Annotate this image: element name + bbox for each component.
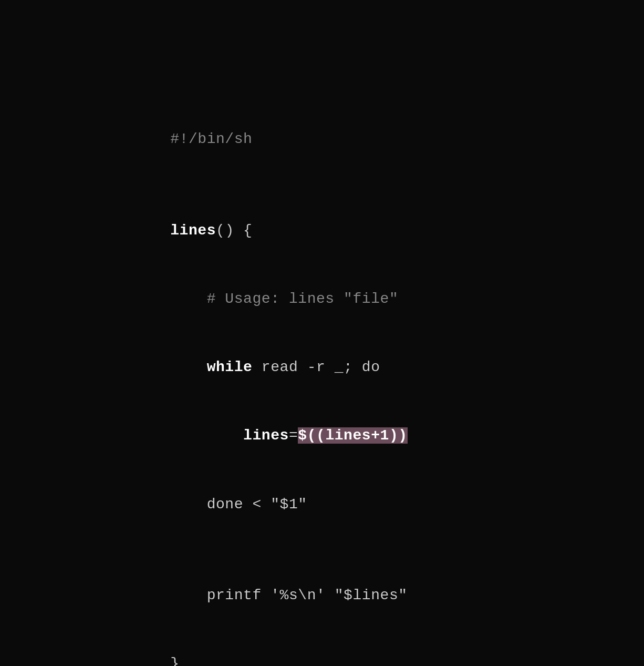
- keyword-lines: lines: [170, 222, 216, 239]
- blank-line-2: [116, 538, 408, 561]
- line-done: done < "$1": [116, 470, 408, 538]
- while-indent: [170, 359, 206, 375]
- blank-line-1: [116, 173, 408, 196]
- func-paren: () {: [216, 222, 252, 239]
- keyword-lines-assign: lines: [243, 427, 289, 444]
- line-assign: lines=$((lines+1)): [116, 402, 408, 470]
- comment-usage: # Usage: lines "file": [170, 291, 398, 307]
- close-brace: }: [170, 655, 179, 666]
- code-block: #!/bin/sh lines() { # Usage: lines "file…: [116, 105, 408, 666]
- line-func-decl: lines() {: [116, 197, 408, 265]
- line-while: while read -r _; do: [116, 333, 408, 402]
- equals-sign: =: [289, 427, 298, 444]
- keyword-while: while: [207, 359, 253, 375]
- while-rest: read -r _; do: [252, 359, 380, 375]
- highlight-expression: $((lines+1)): [298, 427, 407, 444]
- printf-text: printf '%s\n' "$lines": [170, 587, 407, 603]
- line-comment: # Usage: lines "file": [116, 265, 408, 333]
- done-text: done < "$1": [170, 496, 307, 513]
- code-editor: #!/bin/sh lines() { # Usage: lines "file…: [0, 0, 408, 666]
- shebang-text: #!/bin/sh: [170, 131, 252, 147]
- assign-indent: [170, 427, 243, 444]
- line-printf: printf '%s\n' "$lines": [116, 561, 408, 630]
- line-close-brace: }: [116, 630, 408, 666]
- line-shebang: #!/bin/sh: [116, 105, 408, 173]
